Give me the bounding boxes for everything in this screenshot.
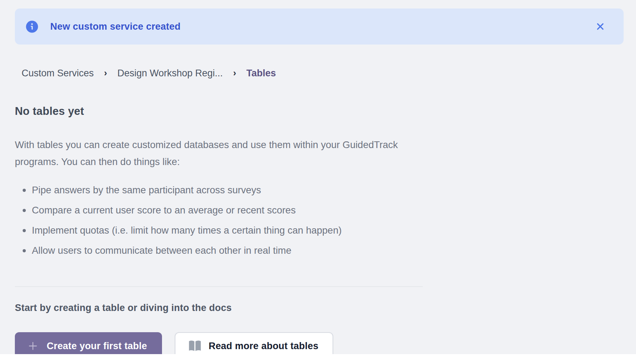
empty-state-description: With tables you can create customized da… — [15, 136, 423, 170]
info-icon — [25, 20, 39, 33]
footer-strip — [0, 354, 636, 364]
list-item: Allow users to communicate between each … — [15, 242, 423, 259]
breadcrumb-item-tables: Tables — [247, 68, 276, 79]
banner-message: New custom service created — [50, 21, 180, 32]
create-first-table-label: Create your first table — [47, 341, 147, 352]
chevron-right-icon: › — [104, 67, 107, 78]
page-title: No tables yet — [15, 105, 423, 118]
list-item: Compare a current user score to an avera… — [15, 202, 423, 219]
close-button[interactable] — [592, 19, 608, 34]
book-icon — [188, 340, 202, 352]
feature-bullet-list: Pipe answers by the same participant acr… — [15, 182, 423, 259]
read-more-tables-label: Read more about tables — [209, 341, 318, 352]
list-item: Pipe answers by the same participant acr… — [15, 182, 423, 199]
plus-icon — [28, 341, 38, 351]
tables-empty-state: No tables yet With tables you can create… — [15, 105, 423, 360]
cta-heading: Start by creating a table or diving into… — [15, 303, 423, 313]
breadcrumb-item-custom-services[interactable]: Custom Services — [22, 68, 94, 79]
breadcrumb: Custom Services › Design Workshop Regi..… — [22, 68, 276, 79]
divider — [15, 286, 423, 287]
close-icon — [595, 21, 606, 32]
chevron-right-icon: › — [233, 67, 236, 78]
notification-banner: New custom service created — [15, 8, 624, 45]
list-item: Implement quotas (i.e. limit how many ti… — [15, 222, 423, 239]
breadcrumb-item-service-name[interactable]: Design Workshop Regi... — [117, 68, 223, 79]
